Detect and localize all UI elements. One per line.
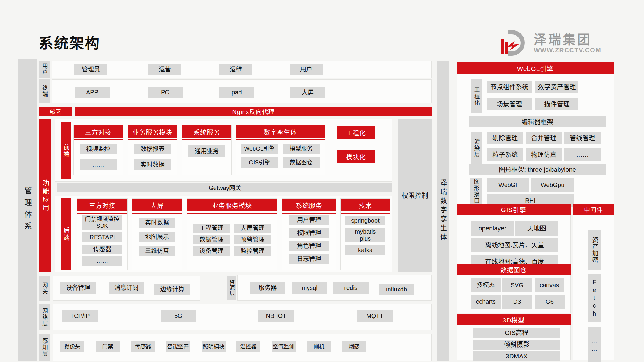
frontend-business-column: 业务服务模块 数据报表 实时数据 [128,125,177,175]
network-item: TCP/IP [62,310,98,322]
company-logo-icon [499,29,530,58]
column-header: 大屏 [132,199,182,211]
webgl-engine-panel: 工程化 节点组件系统 数字资产管理 场景管理 描件管理 编辑器框架 渲染层 剔除… [457,74,614,207]
column-header: 技术 [341,199,390,211]
backend-item: 地图展示 [139,232,175,242]
network-item: NB-IOT [258,310,294,322]
network-item: MQTT [357,310,393,322]
backend-item: 日志管理 [289,254,329,264]
column-header: 系统服务 [282,199,336,211]
backend-item: 三维仿真 [139,246,175,256]
user-item: 运维 [219,64,252,75]
user-row-panel: 管理员 运营 运维 用户 [52,61,432,78]
backend-business-column: 业务服务模块 工程管理 大屏管理 数据管理 预警管理 设备管理 监控管理 [187,198,277,270]
terminal-item: PC [148,87,183,98]
gis-engine-panel: openlayer 天地图 离线地图:瓦片、矢量 在线地图:高德、百度 [457,215,571,272]
backend-item: 传感器 [82,245,122,254]
webgl-item: 剔除管理 [487,132,523,144]
perception-item: 智能空开 [166,341,190,352]
perception-item: 传感器 [131,341,155,352]
backend-item: 权限管理 [289,228,329,238]
frontend-item: 实时数据 [134,159,171,170]
terminal-item: 大屏 [290,87,325,98]
perception-item: 摄像头 [60,341,84,352]
frontend-item: 数据图仓 [283,157,320,168]
backend-item: mybatis plus [345,228,385,242]
model3d-header: 3D模型 [457,314,571,325]
model3d-panel: GIS高程 倾斜摄影 3DMAX [457,325,571,360]
data-warehouse-item: echarts [471,295,501,309]
webgl-item: 物理仿真 [526,148,562,161]
data-warehouse-header: 数据图仓 [457,264,571,275]
modularization-box: 模块化 [337,150,375,163]
network-row-panel: TCP/IP 5G NB-IOT MQTT [53,304,432,330]
permission-control-bar: 权限控制 [398,119,432,272]
backend-tech-column: 技术 springboot mybatis plus kafka [340,198,390,270]
engineering-box: 工程化 [337,126,375,139]
gis-engine-header: GIS引擎 [457,204,571,215]
frontend-item: 模型服务 [283,144,320,154]
webgl-item: 场景管理 [487,98,532,110]
resource-item: mysql [292,282,327,294]
architecture-slide: 系统架构 泽瑞集团 WWW.ZRCCTV.COM 管理体系 用户 管理员 运营 … [0,0,644,362]
data-warehouse-item: D3 [502,295,532,309]
page-title: 系统架构 [39,31,100,52]
network-row-label: 网络层 [39,304,50,330]
backend-item: RESTAPI [82,232,122,242]
model3d-item: 3DMAX [473,351,560,361]
perception-item: 空气监测 [272,341,296,352]
terminal-item: pad [219,87,254,98]
perception-item: 门禁 [96,341,120,352]
data-warehouse-item: G6 [535,295,565,309]
webgl-item: 节点组件系统 [487,81,532,93]
data-warehouse-item: canvas [535,278,564,292]
resource-row-panel: 服务器 mysql redis influxdb [237,275,432,301]
webgl-render-label: 渲染层 [471,132,482,165]
column-header: 三方对接 [77,199,127,211]
backend-item: …… [82,256,122,266]
column-header: 系统服务 [182,125,231,138]
digital-twin-bar: 泽瑞数字孪生体 [437,61,449,361]
gis-item: 天地图 [515,221,558,236]
frontend-system-column: 系统服务 通用业务 [182,125,232,175]
resource-item: redis [333,282,369,294]
user-row-label: 用户 [39,61,50,78]
webgl-engine-header: WebGL引擎 [457,62,614,74]
user-item: 运营 [148,64,181,75]
perception-item: 照明模块 [202,341,226,352]
middleware-item: Fetch [588,274,601,322]
webgl-item: 合并管理 [526,132,562,144]
frontend-third-party-column: 三方对接 视频监控 …… [73,125,123,175]
webgl-engineering-label: 工程化 [471,79,482,113]
data-warehouse-item: SVG [502,278,532,292]
frontend-item: …… [80,159,117,170]
webgl-item: WebGl [487,178,529,192]
perception-item: 温控器 [236,341,260,352]
frontend-panel: 前端 三方对接 视频监控 …… 业务服务模块 数据报表 实时数据 系统服务 通用… [55,119,392,182]
model3d-item: 倾斜摄影 [473,340,560,350]
backend-item: 设备管理 [193,246,230,256]
backend-item: 用户管理 [289,215,329,225]
gateway-item: 消息订阅 [109,282,144,294]
backend-item: kafka [345,245,385,255]
frontend-item: 数据报表 [134,144,171,154]
company-website: WWW.ZRCCTV.COM [534,46,601,54]
gateway-row-label: 网关 [39,276,50,301]
backend-third-party-column: 三方对接 门禁视频监控SDK RESTAPI 传感器 …… [77,198,128,270]
nginx-bar: Nginx反向代理 [75,107,432,116]
backend-item: 门禁视频监控SDK [82,215,122,230]
backend-item: 监控管理 [234,246,271,256]
frontend-label: 前端 [61,122,71,179]
backend-panel: 后端 三方对接 门禁视频监控SDK RESTAPI 传感器 …… 大屏 实时数据… [55,196,392,272]
column-header: 业务服务模块 [128,125,177,138]
company-name: 泽瑞集团 [534,33,601,46]
middleware-header: 中间件 [573,204,614,215]
terminal-row-label: 终端 [39,79,50,103]
backend-item: 工程管理 [193,224,230,233]
resource-row-label: 资源层 [227,276,236,300]
middleware-panel: 资产加密 Fetch …… [573,215,614,360]
data-warehouse-panel: 多模态 SVG canvas echarts D3 G6 [457,275,571,313]
terminal-row-panel: APP PC pad 大屏 [52,79,432,103]
user-item: 用户 [290,64,323,75]
backend-item: 大屏管理 [234,224,271,233]
